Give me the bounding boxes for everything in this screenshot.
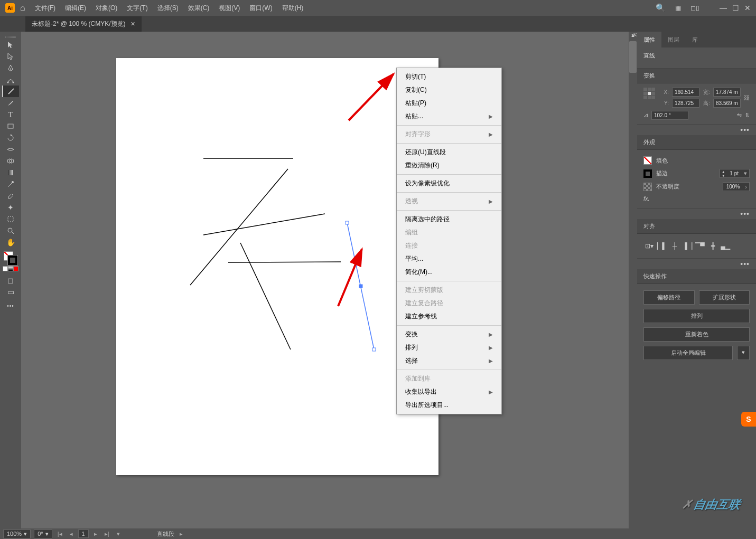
- panel-collapse-icon[interactable]: ≪: [631, 32, 637, 37]
- width-input[interactable]: [713, 88, 741, 97]
- gradient-tool[interactable]: [2, 167, 19, 178]
- transform-more-icon[interactable]: •••: [637, 125, 756, 135]
- line-segment-tool[interactable]: [2, 86, 19, 97]
- artboard[interactable]: [116, 58, 438, 475]
- global-edit-button[interactable]: 启动全局编辑: [643, 346, 733, 360]
- global-edit-dropdown[interactable]: ▾: [737, 346, 750, 360]
- next-artboard-icon[interactable]: ▸: [92, 531, 99, 537]
- prev-artboard-icon[interactable]: ◂: [68, 531, 75, 537]
- stroke-swatch[interactable]: [8, 256, 17, 265]
- align-vcenter-icon[interactable]: ╋: [707, 240, 718, 252]
- artboard-field[interactable]: 1: [78, 529, 89, 538]
- type-tool[interactable]: T: [2, 109, 19, 120]
- zoom-tool[interactable]: [2, 225, 19, 237]
- maximize-icon[interactable]: ☐: [732, 4, 739, 12]
- opacity-input[interactable]: 100% ›: [723, 182, 750, 191]
- artboard-tool[interactable]: [2, 213, 19, 225]
- tab-layers[interactable]: 图层: [661, 32, 686, 48]
- menu-help[interactable]: 帮助(H): [282, 4, 304, 13]
- vertical-scrollbar[interactable]: ▲: [629, 32, 637, 528]
- ctx-collect-export[interactable]: 收集以导出▶: [397, 385, 501, 399]
- offset-path-button[interactable]: 偏移路径: [643, 290, 695, 305]
- constrain-proportions-icon[interactable]: ⛓: [744, 94, 750, 101]
- minimize-icon[interactable]: —: [720, 4, 727, 12]
- height-input[interactable]: [713, 99, 741, 108]
- tab-libraries[interactable]: 库: [686, 32, 704, 48]
- arrange-button[interactable]: 排列: [643, 309, 750, 323]
- align-more-icon[interactable]: •••: [637, 259, 756, 269]
- paintbrush-tool[interactable]: [2, 97, 19, 109]
- flip-vertical-icon[interactable]: ⥮: [745, 112, 750, 119]
- rotate-tool[interactable]: [2, 132, 19, 144]
- ctx-average[interactable]: 平均...: [397, 252, 501, 266]
- ctx-select[interactable]: 选择▶: [397, 354, 501, 367]
- ctx-arrange[interactable]: 排列▶: [397, 341, 501, 354]
- ctx-redo[interactable]: 重做清除(R): [397, 159, 501, 172]
- menu-view[interactable]: 视图(V): [219, 4, 240, 13]
- ctx-paste[interactable]: 粘贴(P): [397, 97, 501, 110]
- edit-toolbar-icon[interactable]: •••: [7, 303, 14, 309]
- ctx-simplify[interactable]: 简化(M)...: [397, 266, 501, 279]
- workspace-switcher-icon[interactable]: ◻▯: [690, 4, 699, 12]
- last-artboard-icon[interactable]: ▸|: [102, 531, 111, 537]
- ime-badge[interactable]: S: [741, 412, 756, 427]
- zoom-field[interactable]: 100%▾: [3, 529, 31, 538]
- menu-window[interactable]: 窗口(W): [249, 4, 272, 13]
- fx-button[interactable]: fx.: [643, 195, 650, 202]
- recolor-button[interactable]: 重新着色: [643, 327, 750, 342]
- ctx-pixel-perfect[interactable]: 设为像素级优化: [397, 177, 501, 190]
- hand-tool[interactable]: ✋: [2, 237, 19, 248]
- y-input[interactable]: [672, 99, 699, 108]
- arrange-documents-icon[interactable]: ▦: [675, 4, 681, 12]
- menu-type[interactable]: 文字(T): [127, 4, 147, 13]
- width-tool[interactable]: [2, 144, 19, 155]
- align-top-icon[interactable]: ▔▀: [694, 240, 706, 252]
- menu-object[interactable]: 对象(O): [96, 4, 117, 13]
- ctx-copy[interactable]: 复制(C): [397, 83, 501, 97]
- first-artboard-icon[interactable]: |◂: [55, 531, 64, 537]
- pen-tool[interactable]: [2, 62, 19, 74]
- menu-effect[interactable]: 效果(C): [188, 4, 210, 13]
- reference-point-selector[interactable]: [643, 88, 655, 99]
- appearance-more-icon[interactable]: •••: [637, 209, 756, 219]
- direct-selection-tool[interactable]: [2, 51, 19, 62]
- selection-info-dropdown[interactable]: ▸: [178, 531, 185, 537]
- ctx-undo[interactable]: 还原(U)直线段: [397, 146, 501, 159]
- angle-input[interactable]: [651, 111, 688, 120]
- eyedropper-tool[interactable]: [2, 178, 19, 190]
- canvas-area[interactable]: 剪切(T) 复制(C) 粘贴(P) 粘贴...▶ 对齐字形▶ 还原(U)直线段 …: [21, 32, 637, 528]
- align-to-dropdown[interactable]: ⊡▾: [643, 240, 655, 252]
- ctx-transform[interactable]: 变换▶: [397, 328, 501, 341]
- menu-file[interactable]: 文件(F): [35, 4, 55, 13]
- stroke-color-swatch[interactable]: [643, 169, 652, 178]
- tab-properties[interactable]: 属性: [637, 32, 661, 48]
- fill-color-swatch[interactable]: [643, 156, 652, 165]
- expand-shape-button[interactable]: 扩展形状: [699, 290, 750, 305]
- artboard-nav-dropdown[interactable]: ▾: [115, 531, 122, 537]
- ctx-make-guides[interactable]: 建立参考线: [397, 310, 501, 323]
- tab-close-icon[interactable]: ×: [131, 20, 135, 28]
- x-input[interactable]: [672, 88, 699, 97]
- ctx-export-selection[interactable]: 导出所选项目...: [397, 399, 501, 412]
- eraser-tool[interactable]: [2, 190, 19, 202]
- ctx-cut[interactable]: 剪切(T): [397, 70, 501, 83]
- home-icon[interactable]: ⌂: [20, 3, 25, 13]
- align-right-icon[interactable]: ▐▕: [682, 240, 693, 252]
- align-left-icon[interactable]: ▏▌: [656, 240, 668, 252]
- close-icon[interactable]: ✕: [744, 4, 751, 12]
- symbol-sprayer-tool[interactable]: ✦: [2, 202, 19, 213]
- curvature-tool[interactable]: [2, 74, 19, 86]
- document-tab[interactable]: 未标题-2* @ 100 % (CMYK/预览) ×: [25, 16, 142, 32]
- flip-horizontal-icon[interactable]: ⇋: [737, 112, 742, 119]
- screen-mode-icon[interactable]: ▭: [2, 286, 19, 298]
- menu-edit[interactable]: 编辑(E): [65, 4, 86, 13]
- ctx-paste-more[interactable]: 粘贴...▶: [397, 110, 501, 123]
- search-icon[interactable]: 🔍: [656, 3, 666, 13]
- rectangle-tool[interactable]: [2, 120, 19, 132]
- opacity-swatch[interactable]: [643, 183, 652, 191]
- selection-tool[interactable]: [2, 39, 19, 51]
- shape-builder-tool[interactable]: [2, 155, 19, 167]
- stroke-weight-input[interactable]: ▲▼ 1 pt ▾: [720, 169, 750, 178]
- rotation-field[interactable]: 0°▾: [34, 529, 52, 538]
- menu-select[interactable]: 选择(S): [157, 4, 179, 13]
